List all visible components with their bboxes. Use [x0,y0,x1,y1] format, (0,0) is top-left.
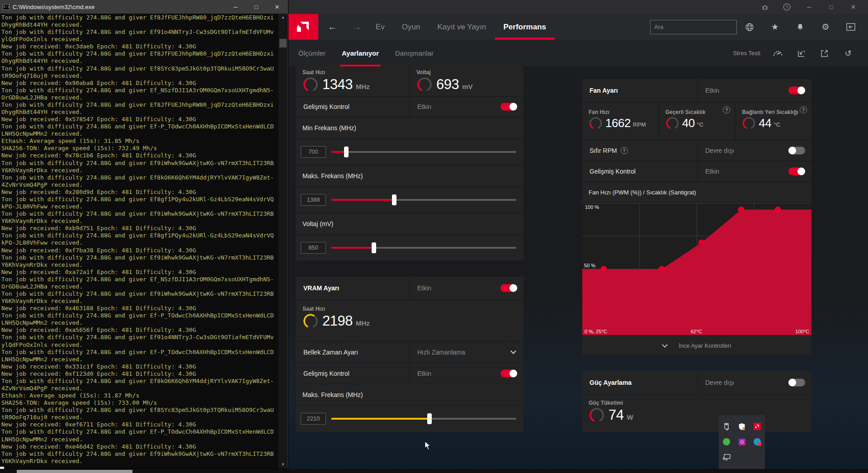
max-frequency-input[interactable]: 1388 [301,194,326,206]
cmd-titlebar[interactable]: C:\ C:\Windows\system32\cmd.exe ─ □ ✕ [0,0,288,14]
fine-controls-expander[interactable]: İnce Ayar Kontrolleri [582,336,811,355]
window-maximize-button[interactable]: □ [820,0,842,14]
tray-overflow-popup [719,415,765,470]
mouse-cursor [425,441,431,450]
gpu-clock-stat: Saat Hızı 1343 MHz [296,66,409,96]
memory-timing-dropdown[interactable]: Hızlı Zamanlama [410,342,524,362]
taskbar-search-box[interactable] [17,470,132,473]
tab-home[interactable]: Ev [367,14,393,40]
gpu-clock-gauge [302,76,319,93]
windows-taskbar[interactable] [0,469,868,473]
terminal-scrollbar[interactable]: ▲ ▼ [278,14,288,468]
fan-advanced-toggle[interactable] [788,168,805,175]
chevron-down-icon [662,342,668,348]
scroll-up-icon[interactable]: ▲ [278,14,288,21]
nav-forward-icon[interactable]: → [346,22,367,32]
search-input[interactable] [654,24,734,30]
vram-card-title: VRAM Ayarı [303,284,339,292]
vram-max-frequency-input[interactable]: 2210 [301,413,326,425]
gpu-tuning-card: Saat Hızı 1343 MHz Voltaj 693 mV [296,66,524,260]
radeon-titlebar[interactable]: ? ─ □ ✕ [288,0,868,14]
fan-speed-gauge [589,116,603,130]
power-tuning-card: Güç Ayarlama Devre dışı Güç Tüketimi 74 … [582,371,811,432]
cmd-window: C:\ C:\Windows\system32\cmd.exe ─ □ ✕ To… [0,0,288,468]
vram-max-frequency-label: Maks. Frekans (MHz) [302,391,363,398]
min-frequency-slider[interactable] [331,146,516,158]
voltage-slider-label: Voltaj (mV) [302,220,333,227]
desktop: C:\ C:\Windows\system32\cmd.exe ─ □ ✕ To… [0,0,868,473]
junction-temp-gauge [742,116,756,130]
fan-curve-chart[interactable]: 100 % 50 % 0 %, 25°C 62°C 100°C [582,203,811,335]
vram-clock-gauge [302,313,319,329]
gpu-voltage-gauge [416,76,433,93]
current-temp-stat: Geçerli Sıcaklık ? 40 °C [659,103,735,140]
settings-gear-icon[interactable]: ⚙ [813,14,838,40]
y-tick-100: 100 % [585,204,599,210]
cmd-icon: C:\ [3,4,9,10]
radeon-tray-icon[interactable] [754,423,761,430]
fan-enable-toggle[interactable] [788,87,805,95]
razer-tray-icon[interactable] [723,438,730,445]
export-share-icon[interactable] [813,49,836,58]
main-navigation: ← → Ev Oyun Kayıt ve Yayın Performans ★ … [288,14,868,40]
amd-logo[interactable] [288,14,318,40]
voltage-slider[interactable] [331,242,516,254]
performance-subtabs: Ölçümler Ayarlanıyor Danışmanlar Stres T… [288,40,868,66]
tab-gaming[interactable]: Oyun [393,14,429,40]
notifications-bell-icon[interactable] [788,14,813,40]
subtab-advisors[interactable]: Danışmanlar [395,40,434,66]
fan-advanced-label: Gelişmiş Kontrol [590,168,636,175]
subtab-metrics[interactable]: Ölçümler [298,40,326,66]
display-network-icon[interactable] [723,454,731,461]
nav-back-icon[interactable]: ← [322,22,343,32]
vram-advanced-label: Gelişmiş Kontrol [303,370,349,377]
app-tray-icon[interactable] [739,439,745,445]
stress-test-label[interactable]: Stres Testi [733,50,760,57]
cmd-close-button[interactable]: ✕ [267,0,288,14]
radeon-software-window: ? ─ □ ✕ ← → Ev Oyun Kayıt ve Yayın Perfo… [288,0,868,473]
y-tick-50: 50 % [584,263,595,268]
import-profile-icon[interactable] [789,49,813,58]
help-icon[interactable]: ? [776,0,798,14]
overlay-panel-icon[interactable] [838,14,863,40]
power-tuning-toggle[interactable] [788,379,805,387]
terminal-scrollbar-thumb[interactable] [279,39,287,47]
gpu-advanced-label: Gelişmiş Kontrol [303,103,349,110]
cmd-maximize-button[interactable]: □ [246,0,267,14]
min-frequency-input[interactable]: 700 [301,146,326,158]
vram-enable-toggle[interactable] [500,284,517,292]
cmd-minimize-button[interactable]: ─ [225,0,246,14]
favorites-star-icon[interactable]: ★ [762,14,788,40]
power-card-title: Güç Ayarlama [590,379,632,386]
zero-rpm-toggle[interactable] [788,147,805,155]
tab-record-stream[interactable]: Kayıt ve Yayın [429,14,495,40]
vram-max-frequency-slider[interactable] [331,413,516,425]
bug-report-icon[interactable] [754,0,776,14]
fan-speed-stat: Fan Hızı 1662 RPM [582,103,658,140]
power-gauge [589,407,605,423]
usb-device-icon[interactable] [723,423,731,430]
stress-test-gauge-icon[interactable] [766,49,789,57]
vram-tuning-card: VRAM Ayarı Etkin Saat Hızı 2198 MHz Bell… [296,277,524,432]
reset-icon[interactable]: ↺ [836,48,860,58]
terminal-output-area: Ton job with difficulty 274.88G and give… [0,14,278,468]
security-shield-icon[interactable] [738,423,746,430]
voltage-input[interactable]: 850 [301,242,326,254]
window-minimize-button[interactable]: ─ [798,0,820,14]
gpu-advanced-toggle[interactable] [500,103,517,111]
search-box[interactable] [650,20,737,34]
fan-card-title: Fan Ayarı [590,87,618,94]
help-icon[interactable]: ? [621,147,628,154]
max-frequency-slider[interactable] [331,194,516,206]
vram-advanced-toggle[interactable] [500,369,517,377]
subtab-tuning[interactable]: Ayarlanıyor [342,40,379,66]
tab-performance[interactable]: Performans [495,14,555,40]
window-close-button[interactable]: ✕ [842,0,864,14]
help-icon[interactable]: ? [800,106,807,114]
current-temp-gauge [665,116,679,130]
max-frequency-label: Maks. Frekans (MHz) [302,172,363,180]
web-globe-icon[interactable] [737,14,762,40]
scroll-down-icon[interactable]: ▼ [278,461,288,468]
vram-clock-stat: Saat Hızı 2198 MHz [296,300,524,341]
app-badge-tray-icon[interactable] [754,438,761,445]
